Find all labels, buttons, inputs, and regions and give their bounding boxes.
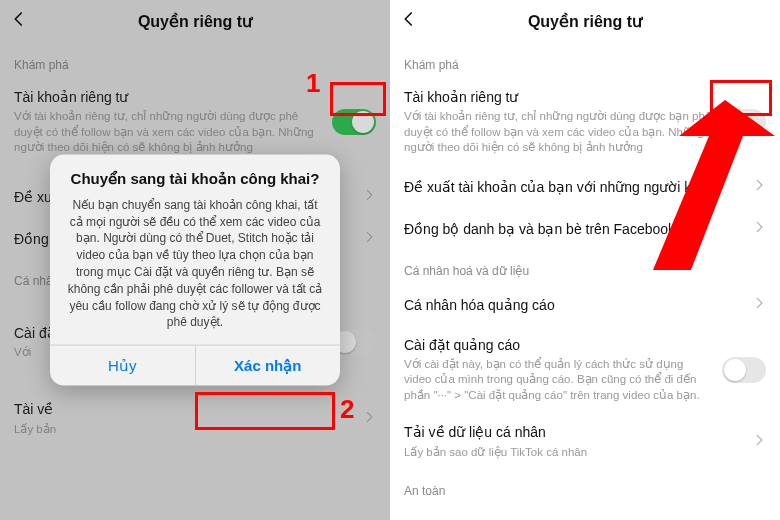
download-title: Tài về xyxy=(14,400,352,418)
cancel-button[interactable]: Hủy xyxy=(50,346,195,386)
ad-settings-desc: Với cài đặt này, bạn có thể quản lý cách… xyxy=(404,357,712,404)
chevron-left-icon xyxy=(400,10,418,28)
annotation-arrow xyxy=(635,100,775,270)
download-row[interactable]: Tải về dữ liệu cá nhân Lấy bản sao dữ li… xyxy=(390,413,780,470)
dialog-body: Nếu bạn chuyển sang tài khoản công khai,… xyxy=(50,192,340,344)
ad-personalize-row[interactable]: Cá nhân hóa quảng cáo xyxy=(390,284,780,326)
page-title: Quyền riêng tư xyxy=(528,12,642,31)
svg-marker-0 xyxy=(653,100,775,270)
private-account-desc: Với tài khoản riêng tư, chỉ những người … xyxy=(14,109,322,156)
chevron-right-icon xyxy=(362,230,376,248)
right-screenshot: Quyền riêng tư Khám phá Tài khoản riêng … xyxy=(390,0,780,520)
download-title: Tải về dữ liệu cá nhân xyxy=(404,423,742,441)
chevron-right-icon xyxy=(752,433,766,451)
dialog-title: Chuyển sang tài khoản công khai? xyxy=(50,155,340,193)
section-explore: Khám phá xyxy=(0,44,390,78)
section-safety: An toàn xyxy=(390,470,780,504)
annotation-badge-2: 2 xyxy=(340,394,354,425)
header: Quyền riêng tư xyxy=(390,0,780,44)
private-account-toggle[interactable] xyxy=(332,109,376,135)
header: Quyền riêng tư xyxy=(0,0,390,44)
download-desc: Lấy bản xyxy=(14,422,352,438)
chevron-right-icon xyxy=(362,410,376,428)
ad-settings-title: Cài đặt quảng cáo xyxy=(404,336,712,354)
chevron-right-icon xyxy=(752,296,766,314)
download-desc: Lấy bản sao dữ liệu TikTok cá nhân xyxy=(404,445,742,461)
chevron-left-icon xyxy=(10,10,28,28)
chevron-right-icon xyxy=(362,188,376,206)
download-row[interactable]: Tài về Lấy bản xyxy=(0,390,390,447)
ad-personalize-title: Cá nhân hóa quảng cáo xyxy=(404,296,742,314)
private-account-title: Tài khoản riêng tư xyxy=(14,88,322,106)
annotation-badge-1: 1 xyxy=(306,68,320,99)
page-title: Quyền riêng tư xyxy=(138,12,252,31)
back-button[interactable] xyxy=(400,10,424,34)
section-explore: Khám phá xyxy=(390,44,780,78)
left-screenshot: Quyền riêng tư Khám phá Tài khoản riêng … xyxy=(0,0,390,520)
back-button[interactable] xyxy=(10,10,34,34)
confirm-button[interactable]: Xác nhận xyxy=(195,346,341,386)
private-account-row[interactable]: Tài khoản riêng tư Với tài khoản riêng t… xyxy=(0,78,390,166)
confirm-dialog: Chuyển sang tài khoản công khai? Nếu bạn… xyxy=(50,155,340,386)
ad-settings-toggle[interactable] xyxy=(722,357,766,383)
ad-settings-row[interactable]: Cài đặt quảng cáo Với cài đặt này, bạn c… xyxy=(390,326,780,414)
